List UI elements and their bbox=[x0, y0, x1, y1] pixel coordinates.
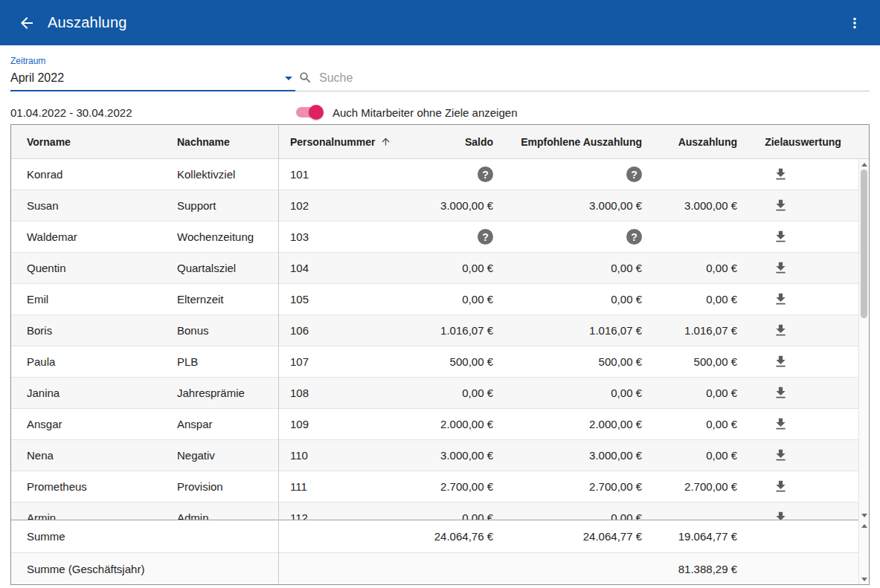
question-mark-circle-icon[interactable]: ? bbox=[626, 229, 642, 245]
download-zielauswertung-button[interactable] bbox=[771, 290, 791, 309]
toggle-thumb bbox=[309, 105, 324, 120]
cell-auszahlung: 0,00 € bbox=[652, 378, 748, 408]
cell-empfohlene-auszahlung: 2.700,00 € bbox=[504, 471, 652, 502]
cell-zielauswertung bbox=[748, 346, 858, 377]
column-header-personalnummer[interactable]: Personalnummer bbox=[278, 125, 395, 158]
cell-nachname: Wochenzeitung bbox=[172, 222, 278, 252]
cell-empfohlene-auszahlung: 1.016,07 € bbox=[504, 315, 652, 346]
download-arrow-icon bbox=[773, 416, 789, 432]
download-zielauswertung-button[interactable] bbox=[771, 477, 791, 497]
table-row: Prometheus Provision 111 2.700,00 € 2.70… bbox=[11, 471, 858, 503]
download-zielauswertung-button[interactable] bbox=[771, 227, 791, 247]
cell-auszahlung: 3.000,00 € bbox=[652, 190, 748, 221]
table-body: Konrad Kollektivziel 101 ? ? Susan Suppo… bbox=[11, 159, 858, 520]
scrollbar-thumb[interactable] bbox=[861, 169, 867, 318]
sum-fiscal-year-row: Summe (Geschäftsjahr) 81.388,29 € bbox=[11, 552, 858, 584]
table-scrollbar[interactable] bbox=[858, 159, 869, 520]
column-header-auszahlung[interactable]: Auszahlung bbox=[652, 125, 748, 158]
question-mark-circle-icon[interactable]: ? bbox=[478, 167, 493, 182]
sum-empfohlene-auszahlung: 24.064,77 € bbox=[504, 520, 652, 552]
column-header-empfohlene-auszahlung[interactable]: Empfohlene Auszahlung bbox=[504, 125, 652, 158]
column-header-nachname[interactable]: Nachname bbox=[172, 125, 278, 158]
search-input[interactable] bbox=[319, 70, 870, 86]
download-zielauswertung-button[interactable] bbox=[771, 415, 791, 434]
table-row: Ansgar Anspar 109 2.000,00 € 2.000,00 € … bbox=[11, 409, 858, 440]
sum-saldo: 24.064,76 € bbox=[395, 520, 504, 552]
footer-scrollbar[interactable] bbox=[858, 520, 869, 584]
download-zielauswertung-button[interactable] bbox=[771, 196, 791, 216]
cell-nachname: Jahresprämie bbox=[172, 378, 278, 408]
download-arrow-icon bbox=[773, 448, 789, 463]
cell-empfohlene-auszahlung: 500,00 € bbox=[504, 346, 652, 377]
scroll-up-arrow-icon[interactable] bbox=[859, 159, 869, 169]
cell-auszahlung: 0,00 € bbox=[652, 409, 748, 439]
cell-personalnummer: 107 bbox=[278, 346, 395, 377]
download-arrow-icon bbox=[773, 510, 789, 520]
download-arrow-icon bbox=[773, 323, 789, 338]
sum-fiscal-year-empfohlene bbox=[504, 553, 652, 584]
cell-personalnummer: 105 bbox=[278, 284, 395, 314]
overflow-menu-button[interactable] bbox=[844, 13, 865, 33]
cell-empfohlene-auszahlung: ? bbox=[504, 222, 652, 252]
scroll-down-arrow-icon[interactable] bbox=[859, 510, 869, 520]
sum-personalnummer-empty bbox=[278, 520, 395, 552]
sum-zielauswertung-empty bbox=[748, 520, 858, 552]
question-mark-circle-icon[interactable]: ? bbox=[626, 167, 642, 182]
column-header-saldo[interactable]: Saldo bbox=[395, 125, 504, 158]
date-range-text: 01.04.2022 - 30.04.2022 bbox=[10, 106, 295, 119]
cell-zielauswertung bbox=[748, 409, 858, 439]
cell-vorname: Prometheus bbox=[11, 471, 172, 502]
cell-auszahlung bbox=[652, 503, 748, 520]
download-arrow-icon bbox=[773, 354, 789, 369]
cell-saldo: 3.000,00 € bbox=[395, 190, 504, 221]
cell-zielauswertung bbox=[748, 284, 858, 314]
back-button[interactable] bbox=[16, 13, 37, 33]
search-field bbox=[295, 56, 870, 91]
sum-fiscal-year-auszahlung: 81.388,29 € bbox=[652, 553, 748, 584]
download-zielauswertung-button[interactable] bbox=[771, 384, 791, 403]
cell-auszahlung: 0,00 € bbox=[652, 284, 748, 314]
show-employees-without-goals-toggle[interactable] bbox=[295, 105, 322, 120]
cell-personalnummer: 102 bbox=[278, 190, 395, 221]
cell-vorname: Armin bbox=[11, 503, 172, 520]
question-mark-circle-icon[interactable]: ? bbox=[478, 229, 493, 245]
download-arrow-icon bbox=[773, 291, 789, 307]
cell-vorname: Konrad bbox=[11, 159, 172, 190]
cell-empfohlene-auszahlung: 0,00 € bbox=[504, 253, 652, 283]
cell-saldo: 3.000,00 € bbox=[395, 440, 504, 471]
cell-saldo: 0,00 € bbox=[395, 503, 504, 520]
footer-scroll-up-arrow-icon[interactable] bbox=[859, 520, 869, 531]
download-zielauswertung-button[interactable] bbox=[771, 508, 791, 521]
download-arrow-icon bbox=[773, 385, 789, 401]
cell-vorname: Susan bbox=[11, 190, 172, 221]
download-zielauswertung-button[interactable] bbox=[771, 446, 791, 465]
payout-table: Vorname Nachname Personalnummer Saldo Em… bbox=[10, 124, 870, 585]
cell-saldo: 2.700,00 € bbox=[395, 471, 504, 502]
cell-nachname: Quartalsziel bbox=[172, 253, 278, 283]
cell-vorname: Quentin bbox=[11, 253, 172, 283]
download-zielauswertung-button[interactable] bbox=[771, 165, 791, 184]
column-header-zielauswertung[interactable]: Zielauswertung bbox=[748, 125, 858, 158]
download-zielauswertung-button[interactable] bbox=[771, 352, 791, 372]
cell-saldo: 2.000,00 € bbox=[395, 409, 504, 439]
table-row: Susan Support 102 3.000,00 € 3.000,00 € … bbox=[11, 190, 858, 222]
download-zielauswertung-button[interactable] bbox=[771, 259, 791, 278]
sum-fiscal-year-label: Summe (Geschäftsjahr) bbox=[11, 553, 278, 584]
table-row: Nena Negativ 110 3.000,00 € 3.000,00 € 0… bbox=[11, 440, 858, 471]
download-zielauswertung-button[interactable] bbox=[771, 321, 791, 340]
period-select-value: April 2022 bbox=[10, 71, 64, 85]
cell-personalnummer: 101 bbox=[278, 159, 395, 190]
period-select[interactable]: Zeitraum April 2022 bbox=[10, 56, 295, 91]
cell-vorname: Boris bbox=[11, 315, 172, 346]
cell-empfohlene-auszahlung: ? bbox=[504, 159, 652, 190]
cell-saldo: 1.016,07 € bbox=[395, 315, 504, 346]
cell-personalnummer: 106 bbox=[278, 315, 395, 346]
cell-zielauswertung bbox=[748, 159, 858, 190]
cell-nachname: PLB bbox=[172, 346, 278, 377]
footer-scroll-down-arrow-icon[interactable] bbox=[859, 574, 869, 584]
download-arrow-icon bbox=[773, 260, 789, 276]
cell-nachname: Elternzeit bbox=[172, 284, 278, 314]
cell-nachname: Support bbox=[172, 190, 278, 221]
cell-empfohlene-auszahlung: 3.000,00 € bbox=[504, 190, 652, 221]
column-header-vorname[interactable]: Vorname bbox=[11, 125, 172, 158]
